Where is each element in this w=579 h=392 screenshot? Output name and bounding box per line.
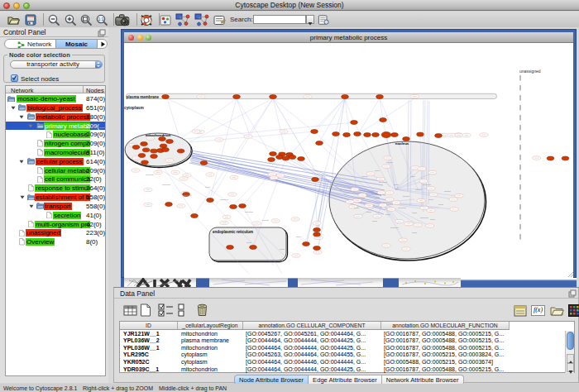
svg-text:1:1: 1:1 bbox=[98, 17, 104, 22]
svg-text:unassigned: unassigned bbox=[519, 69, 541, 74]
svg-text:plasma membrane: plasma membrane bbox=[127, 95, 160, 99]
svg-text:mitochondrion: mitochondrion bbox=[146, 133, 171, 137]
svg-text:endoplasmic reticulum: endoplasmic reticulum bbox=[213, 230, 253, 234]
svg-text:nucleus: nucleus bbox=[395, 141, 409, 146]
svg-text:cytoplasm: cytoplasm bbox=[124, 106, 144, 110]
